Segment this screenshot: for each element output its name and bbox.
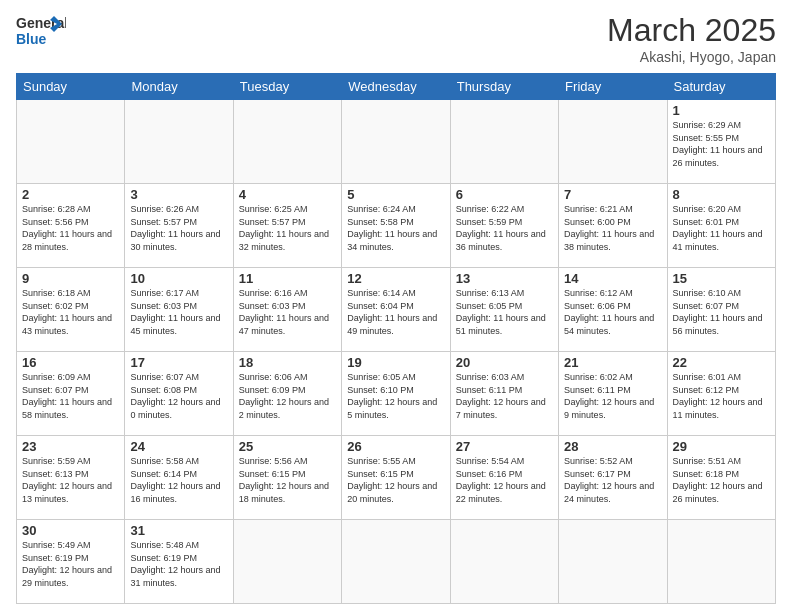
month-title: March 2025: [607, 12, 776, 49]
day-info: Sunrise: 6:28 AM Sunset: 5:56 PM Dayligh…: [22, 203, 119, 253]
day-info: Sunrise: 6:06 AM Sunset: 6:09 PM Dayligh…: [239, 371, 336, 421]
week-row-2: 2Sunrise: 6:28 AM Sunset: 5:56 PM Daylig…: [17, 184, 776, 268]
day-number: 31: [130, 523, 227, 538]
day-info: Sunrise: 5:54 AM Sunset: 6:16 PM Dayligh…: [456, 455, 553, 505]
week-row-5: 23Sunrise: 5:59 AM Sunset: 6:13 PM Dayli…: [17, 436, 776, 520]
header-friday: Friday: [559, 74, 667, 100]
location: Akashi, Hyogo, Japan: [607, 49, 776, 65]
header: General Blue March 2025 Akashi, Hyogo, J…: [16, 12, 776, 65]
svg-text:Blue: Blue: [16, 31, 47, 47]
table-cell: [450, 100, 558, 184]
table-cell: 13Sunrise: 6:13 AM Sunset: 6:05 PM Dayli…: [450, 268, 558, 352]
day-number: 18: [239, 355, 336, 370]
table-cell: 1Sunrise: 6:29 AM Sunset: 5:55 PM Daylig…: [667, 100, 775, 184]
day-number: 16: [22, 355, 119, 370]
table-cell: 6Sunrise: 6:22 AM Sunset: 5:59 PM Daylig…: [450, 184, 558, 268]
table-cell: 3Sunrise: 6:26 AM Sunset: 5:57 PM Daylig…: [125, 184, 233, 268]
day-number: 9: [22, 271, 119, 286]
day-number: 5: [347, 187, 444, 202]
table-cell: 9Sunrise: 6:18 AM Sunset: 6:02 PM Daylig…: [17, 268, 125, 352]
header-saturday: Saturday: [667, 74, 775, 100]
day-info: Sunrise: 6:18 AM Sunset: 6:02 PM Dayligh…: [22, 287, 119, 337]
day-info: Sunrise: 6:02 AM Sunset: 6:11 PM Dayligh…: [564, 371, 661, 421]
table-cell: [342, 520, 450, 604]
day-number: 22: [673, 355, 770, 370]
table-cell: [17, 100, 125, 184]
day-info: Sunrise: 5:55 AM Sunset: 6:15 PM Dayligh…: [347, 455, 444, 505]
day-info: Sunrise: 5:56 AM Sunset: 6:15 PM Dayligh…: [239, 455, 336, 505]
table-cell: 30Sunrise: 5:49 AM Sunset: 6:19 PM Dayli…: [17, 520, 125, 604]
table-cell: 18Sunrise: 6:06 AM Sunset: 6:09 PM Dayli…: [233, 352, 341, 436]
table-cell: 17Sunrise: 6:07 AM Sunset: 6:08 PM Dayli…: [125, 352, 233, 436]
day-info: Sunrise: 6:17 AM Sunset: 6:03 PM Dayligh…: [130, 287, 227, 337]
week-row-3: 9Sunrise: 6:18 AM Sunset: 6:02 PM Daylig…: [17, 268, 776, 352]
day-number: 7: [564, 187, 661, 202]
day-info: Sunrise: 5:59 AM Sunset: 6:13 PM Dayligh…: [22, 455, 119, 505]
table-cell: 20Sunrise: 6:03 AM Sunset: 6:11 PM Dayli…: [450, 352, 558, 436]
day-number: 13: [456, 271, 553, 286]
day-info: Sunrise: 6:21 AM Sunset: 6:00 PM Dayligh…: [564, 203, 661, 253]
day-info: Sunrise: 6:29 AM Sunset: 5:55 PM Dayligh…: [673, 119, 770, 169]
day-number: 8: [673, 187, 770, 202]
table-cell: [233, 100, 341, 184]
table-cell: 12Sunrise: 6:14 AM Sunset: 6:04 PM Dayli…: [342, 268, 450, 352]
table-cell: 23Sunrise: 5:59 AM Sunset: 6:13 PM Dayli…: [17, 436, 125, 520]
day-number: 23: [22, 439, 119, 454]
table-cell: 22Sunrise: 6:01 AM Sunset: 6:12 PM Dayli…: [667, 352, 775, 436]
day-number: 27: [456, 439, 553, 454]
header-sunday: Sunday: [17, 74, 125, 100]
table-cell: [667, 520, 775, 604]
page: General Blue March 2025 Akashi, Hyogo, J…: [0, 0, 792, 612]
day-number: 2: [22, 187, 119, 202]
table-cell: 5Sunrise: 6:24 AM Sunset: 5:58 PM Daylig…: [342, 184, 450, 268]
day-info: Sunrise: 5:52 AM Sunset: 6:17 PM Dayligh…: [564, 455, 661, 505]
table-cell: [125, 100, 233, 184]
day-number: 19: [347, 355, 444, 370]
day-info: Sunrise: 6:09 AM Sunset: 6:07 PM Dayligh…: [22, 371, 119, 421]
table-cell: 21Sunrise: 6:02 AM Sunset: 6:11 PM Dayli…: [559, 352, 667, 436]
day-number: 14: [564, 271, 661, 286]
day-info: Sunrise: 6:03 AM Sunset: 6:11 PM Dayligh…: [456, 371, 553, 421]
day-number: 15: [673, 271, 770, 286]
title-block: March 2025 Akashi, Hyogo, Japan: [607, 12, 776, 65]
header-monday: Monday: [125, 74, 233, 100]
table-cell: 31Sunrise: 5:48 AM Sunset: 6:19 PM Dayli…: [125, 520, 233, 604]
day-number: 26: [347, 439, 444, 454]
day-info: Sunrise: 6:14 AM Sunset: 6:04 PM Dayligh…: [347, 287, 444, 337]
day-info: Sunrise: 6:13 AM Sunset: 6:05 PM Dayligh…: [456, 287, 553, 337]
day-info: Sunrise: 5:51 AM Sunset: 6:18 PM Dayligh…: [673, 455, 770, 505]
table-cell: 24Sunrise: 5:58 AM Sunset: 6:14 PM Dayli…: [125, 436, 233, 520]
day-info: Sunrise: 6:05 AM Sunset: 6:10 PM Dayligh…: [347, 371, 444, 421]
week-row-1: 1Sunrise: 6:29 AM Sunset: 5:55 PM Daylig…: [17, 100, 776, 184]
day-info: Sunrise: 6:12 AM Sunset: 6:06 PM Dayligh…: [564, 287, 661, 337]
day-info: Sunrise: 6:16 AM Sunset: 6:03 PM Dayligh…: [239, 287, 336, 337]
table-cell: 2Sunrise: 6:28 AM Sunset: 5:56 PM Daylig…: [17, 184, 125, 268]
day-number: 30: [22, 523, 119, 538]
table-cell: 14Sunrise: 6:12 AM Sunset: 6:06 PM Dayli…: [559, 268, 667, 352]
day-number: 3: [130, 187, 227, 202]
header-tuesday: Tuesday: [233, 74, 341, 100]
day-number: 20: [456, 355, 553, 370]
table-cell: 19Sunrise: 6:05 AM Sunset: 6:10 PM Dayli…: [342, 352, 450, 436]
table-cell: [233, 520, 341, 604]
day-number: 29: [673, 439, 770, 454]
calendar-table: Sunday Monday Tuesday Wednesday Thursday…: [16, 73, 776, 604]
week-row-4: 16Sunrise: 6:09 AM Sunset: 6:07 PM Dayli…: [17, 352, 776, 436]
day-info: Sunrise: 5:48 AM Sunset: 6:19 PM Dayligh…: [130, 539, 227, 589]
day-info: Sunrise: 5:49 AM Sunset: 6:19 PM Dayligh…: [22, 539, 119, 589]
table-cell: [559, 100, 667, 184]
table-cell: 15Sunrise: 6:10 AM Sunset: 6:07 PM Dayli…: [667, 268, 775, 352]
week-row-6: 30Sunrise: 5:49 AM Sunset: 6:19 PM Dayli…: [17, 520, 776, 604]
day-info: Sunrise: 6:24 AM Sunset: 5:58 PM Dayligh…: [347, 203, 444, 253]
day-number: 1: [673, 103, 770, 118]
table-cell: 28Sunrise: 5:52 AM Sunset: 6:17 PM Dayli…: [559, 436, 667, 520]
day-info: Sunrise: 6:10 AM Sunset: 6:07 PM Dayligh…: [673, 287, 770, 337]
table-cell: 29Sunrise: 5:51 AM Sunset: 6:18 PM Dayli…: [667, 436, 775, 520]
day-number: 10: [130, 271, 227, 286]
header-thursday: Thursday: [450, 74, 558, 100]
table-cell: [559, 520, 667, 604]
day-number: 12: [347, 271, 444, 286]
day-info: Sunrise: 6:22 AM Sunset: 5:59 PM Dayligh…: [456, 203, 553, 253]
table-cell: [342, 100, 450, 184]
table-cell: 16Sunrise: 6:09 AM Sunset: 6:07 PM Dayli…: [17, 352, 125, 436]
